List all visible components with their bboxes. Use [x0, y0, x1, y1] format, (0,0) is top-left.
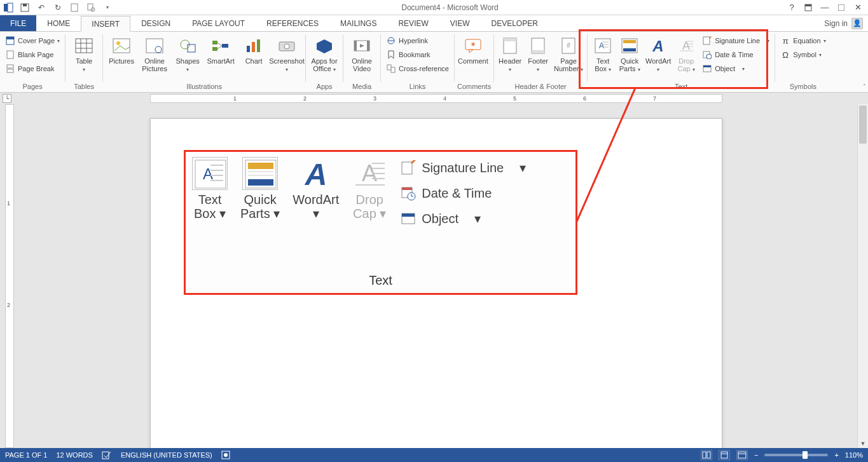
group-pages: Cover Page ▾ Blank Page Page Break Pages — [0, 32, 65, 92]
svg-marker-43 — [389, 51, 394, 58]
svg-rect-61 — [623, 40, 636, 43]
tab-home[interactable]: HOME — [36, 15, 81, 31]
table-button[interactable]: Table▾ — [68, 33, 100, 74]
cover-page-button[interactable]: Cover Page ▾ — [3, 34, 62, 47]
group-media: Online Video Media — [343, 32, 380, 92]
status-spellcheck-icon[interactable] — [102, 451, 112, 459]
text-box-button[interactable]: AText Box ▾ — [590, 33, 616, 74]
vertical-ruler[interactable]: 12 — [5, 104, 14, 448]
tab-file[interactable]: FILE — [0, 15, 36, 31]
scroll-down-icon[interactable]: ▼ — [858, 438, 868, 448]
hyperlink-button[interactable]: Hyperlink — [383, 34, 451, 47]
tab-references[interactable]: REFERENCES — [256, 15, 329, 31]
cross-reference-button[interactable]: Cross-reference — [383, 62, 451, 75]
undo-icon[interactable]: ↶ — [36, 2, 47, 13]
equation-icon: π — [780, 36, 790, 46]
svg-text:A: A — [652, 37, 663, 54]
view-print-layout-icon[interactable] — [719, 450, 730, 460]
svg-rect-104 — [707, 452, 710, 458]
collapse-ribbon-icon[interactable]: ˆ — [864, 84, 865, 91]
ribbon-display-icon[interactable] — [803, 3, 813, 13]
new-doc-icon[interactable] — [69, 2, 80, 13]
user-avatar-icon: 👤 — [851, 18, 863, 29]
tab-insert[interactable]: INSERT — [81, 16, 130, 32]
svg-rect-4 — [71, 4, 78, 11]
status-page[interactable]: PAGE 1 OF 1 — [5, 451, 47, 459]
zoom-out-icon[interactable]: − — [754, 451, 758, 459]
bookmark-icon — [386, 50, 396, 60]
symbol-button[interactable]: ΩSymbol ▾ — [778, 48, 828, 61]
status-words[interactable]: 12 WORDS — [56, 451, 92, 459]
footer-button[interactable]: Footer▾ — [525, 33, 551, 74]
save-icon[interactable] — [19, 2, 31, 13]
help-icon[interactable]: ? — [787, 3, 797, 13]
chart-icon — [244, 36, 264, 56]
page-break-button[interactable]: Page Break — [3, 62, 62, 75]
apps-for-office-button[interactable]: Apps for Office ▾ — [308, 33, 340, 74]
group-symbols: πEquation ▾ ΩSymbol ▾ Symbols — [775, 32, 830, 92]
page-number-button[interactable]: #Page Number ▾ — [553, 33, 584, 74]
blank-page-button[interactable]: Blank Page — [3, 48, 62, 61]
tab-developer[interactable]: DEVELOPER — [480, 15, 548, 31]
bookmark-button[interactable]: Bookmark — [383, 48, 451, 61]
footer-icon — [528, 36, 548, 56]
window-title: Document4 - Microsoft Word — [113, 3, 787, 12]
group-text: AText Box ▾ Quick Parts ▾ AWordArt▾ ADro… — [588, 32, 775, 92]
view-read-mode-icon[interactable] — [701, 450, 712, 460]
wordart-button[interactable]: AWordArt▾ — [644, 33, 673, 74]
group-tables-label: Tables — [68, 82, 100, 92]
pictures-button[interactable]: Pictures — [106, 33, 137, 65]
drop-cap-button[interactable]: ADrop Cap ▾ — [674, 33, 698, 74]
tab-selector[interactable]: └ — [3, 94, 11, 103]
qat-customize-icon[interactable]: ▾ — [102, 2, 113, 13]
close-icon[interactable]: ✕ — [853, 3, 863, 13]
shapes-button[interactable]: Shapes▾ — [172, 33, 203, 74]
online-pictures-button[interactable]: Online Pictures — [139, 33, 170, 72]
screenshot-button[interactable]: Screenshot▾ — [271, 33, 303, 74]
tab-design[interactable]: DESIGN — [130, 15, 181, 31]
zoom-in-icon[interactable]: + — [834, 451, 838, 459]
svg-rect-11 — [6, 37, 14, 39]
status-macro-icon[interactable] — [221, 451, 230, 459]
tab-page-layout[interactable]: PAGE LAYOUT — [181, 15, 256, 31]
header-button[interactable]: Header▾ — [497, 33, 523, 74]
redo-icon[interactable]: ↻ — [52, 2, 64, 13]
sign-in-label: Sign in — [824, 19, 848, 28]
print-preview-icon[interactable] — [85, 2, 97, 13]
equation-button[interactable]: πEquation ▾ — [778, 34, 828, 47]
svg-rect-107 — [738, 452, 746, 458]
date-time-button[interactable]: Date & Time — [699, 48, 772, 61]
tab-review[interactable]: REVIEW — [387, 15, 439, 31]
group-apps-label: Apps — [308, 82, 340, 92]
svg-marker-47 — [469, 50, 473, 53]
svg-rect-3 — [23, 4, 27, 6]
document-area: 12 ▲ ▼ — [0, 104, 868, 448]
chart-button[interactable]: Chart — [238, 33, 270, 65]
scrollbar-thumb[interactable] — [859, 105, 867, 144]
quick-parts-button[interactable]: Quick Parts ▾ — [617, 33, 642, 74]
comment-button[interactable]: ✶Comment — [457, 33, 489, 65]
smartart-button[interactable]: SmartArt — [205, 33, 237, 65]
vertical-scrollbar[interactable]: ▲ ▼ — [857, 104, 868, 448]
tab-view[interactable]: VIEW — [439, 15, 481, 31]
cross-reference-icon — [386, 64, 396, 74]
table-icon — [74, 36, 94, 56]
group-links: Hyperlink Bookmark Cross-reference Links — [381, 32, 454, 92]
view-web-layout-icon[interactable] — [736, 450, 748, 460]
document-page[interactable] — [150, 118, 722, 462]
object-button[interactable]: Object ▾ — [699, 62, 772, 75]
sign-in-area[interactable]: Sign in 👤 — [824, 15, 868, 31]
signature-icon — [702, 36, 712, 46]
status-language[interactable]: ENGLISH (UNITED STATES) — [121, 451, 212, 459]
zoom-slider[interactable] — [764, 454, 828, 456]
signature-line-button[interactable]: Signature Line ▾ — [699, 34, 772, 47]
maximize-icon[interactable] — [836, 3, 846, 13]
minimize-icon[interactable]: — — [820, 3, 830, 13]
svg-text:#: # — [567, 42, 570, 49]
tab-mailings[interactable]: MAILINGS — [329, 15, 387, 31]
online-video-button[interactable]: Online Video — [346, 33, 378, 72]
zoom-level[interactable]: 110% — [845, 451, 863, 459]
zoom-slider-thumb[interactable] — [803, 451, 808, 459]
ribbon-tabs: FILE HOME INSERT DESIGN PAGE LAYOUT REFE… — [0, 15, 868, 32]
horizontal-ruler[interactable]: 1234567 — [150, 94, 722, 103]
